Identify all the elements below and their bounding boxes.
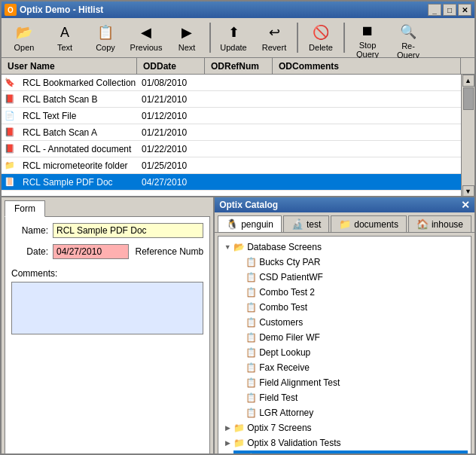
tree-root[interactable]: ▼ 📂 Database Screens bbox=[221, 240, 468, 255]
close-button[interactable]: ✕ bbox=[458, 4, 471, 16]
form-icon: 📋 bbox=[246, 302, 257, 313]
tab-test[interactable]: 🔬 test bbox=[283, 215, 329, 232]
tree-item[interactable]: 📋 LGR Attorney bbox=[233, 405, 468, 420]
tab-inhouse-label: inhouse bbox=[432, 219, 463, 230]
delete-button[interactable]: 🚫 Delete bbox=[301, 20, 340, 55]
tree-item[interactable]: 📋 Dept Lookup bbox=[233, 345, 468, 360]
row-ref bbox=[205, 99, 273, 100]
test-icon: 🔬 bbox=[291, 218, 304, 230]
refnum-label: Reference Numb bbox=[135, 246, 203, 257]
copy-button[interactable]: 📋 Copy bbox=[86, 20, 125, 55]
form-icon: 📋 bbox=[246, 377, 257, 388]
catalog-tree: ▼ 📂 Database Screens 📋 Bucks Cty PAR bbox=[218, 236, 471, 455]
maximize-button[interactable]: □ bbox=[443, 4, 456, 16]
name-label: Name: bbox=[11, 225, 53, 236]
tab-documents-label: documents bbox=[354, 219, 398, 230]
folder-icon: 📁 bbox=[233, 423, 245, 433]
pdf-icon: 📕 bbox=[5, 144, 15, 154]
folder-open-icon: 📂 bbox=[233, 242, 245, 252]
row-date: 01/22/2010 bbox=[137, 143, 205, 155]
row-date: 01/21/2010 bbox=[137, 93, 205, 105]
col-scroll-spacer bbox=[461, 58, 474, 74]
update-button[interactable]: ⬆ Update bbox=[214, 20, 253, 55]
tree-item-selected[interactable]: 📋 Optix Demo bbox=[233, 450, 468, 455]
col-header-odrefnum: ODRefNum bbox=[205, 58, 273, 74]
tree-item[interactable]: 📋 CSD PatientWF bbox=[233, 270, 468, 285]
tree-item[interactable]: ▶ 📁 Optix 8 Validation Tests bbox=[221, 435, 468, 450]
comments-label: Comments: bbox=[11, 268, 203, 279]
next-button[interactable]: ▶ Next bbox=[167, 20, 206, 55]
name-row: Name: bbox=[11, 223, 203, 238]
hitlist-scrollbar[interactable]: ▲ ▼ bbox=[461, 75, 474, 197]
table-row[interactable]: 🔖 RCL Bookmarked Collection 01/08/2010 bbox=[2, 75, 474, 91]
comments-input[interactable] bbox=[11, 282, 203, 334]
form-content: Name: Date: Reference Numb Comments: bbox=[5, 216, 210, 455]
content-area: User Name ODDate ODRefNum ODComments 🔖 R… bbox=[2, 58, 474, 454]
expand-icon bbox=[233, 286, 246, 298]
re-query-button[interactable]: 🔍 Re-Query bbox=[389, 20, 428, 55]
table-row[interactable]: 📁 RCL micrometeorite folder 01/25/2010 bbox=[2, 157, 474, 174]
catalog-panel: Optix Catalog ✕ 🐧 penguin 🔬 test 📁 docum… bbox=[215, 197, 474, 455]
bookmark-icon: 🔖 bbox=[5, 78, 15, 88]
scroll-thumb[interactable] bbox=[463, 87, 474, 110]
tree-item-label: Field Alignment Test bbox=[259, 377, 340, 388]
expand-icon bbox=[233, 331, 246, 344]
tree-item[interactable]: 📋 Fax Receive bbox=[233, 360, 468, 375]
tree-item[interactable]: 📋 Combo Test bbox=[233, 300, 468, 315]
tree-item[interactable]: 📋 Demo Filer WF bbox=[233, 330, 468, 345]
tab-form[interactable]: Form bbox=[5, 200, 45, 217]
table-row[interactable]: 📄 RCL Text File 01/12/2010 bbox=[2, 108, 474, 124]
hitlist-rows: 🔖 RCL Bookmarked Collection 01/08/2010 📕… bbox=[2, 75, 474, 197]
tree-item[interactable]: 📋 Bucks Cty PAR bbox=[233, 255, 468, 270]
tree-item-label: Field Test bbox=[259, 392, 298, 403]
tree-item[interactable]: 📋 Field Alignment Test bbox=[233, 375, 468, 390]
previous-button[interactable]: ◀ Previous bbox=[127, 20, 166, 55]
tab-documents[interactable]: 📁 documents bbox=[331, 215, 407, 232]
title-bar: O Optix Demo - Hitlist _ □ ✕ bbox=[2, 2, 474, 18]
table-row[interactable]: 📕 RCL - Annotated document 01/22/2010 bbox=[2, 141, 474, 157]
scroll-track[interactable] bbox=[462, 87, 474, 185]
open-button[interactable]: 📂 Open bbox=[5, 20, 44, 55]
documents-icon: 📁 bbox=[339, 218, 351, 230]
tree-item[interactable]: 📋 Field Test bbox=[233, 390, 468, 405]
stop-query-button[interactable]: ⏹ Stop Query bbox=[348, 20, 387, 55]
text-button[interactable]: A Text bbox=[45, 20, 84, 55]
name-input[interactable] bbox=[53, 223, 203, 238]
row-ref bbox=[205, 115, 273, 117]
tree-item-label: Combo Test bbox=[259, 302, 307, 313]
row-date: 01/25/2010 bbox=[137, 160, 205, 172]
row-icon: 📕 bbox=[2, 144, 18, 154]
row-name: RCL Bookmarked Collection bbox=[18, 77, 137, 89]
row-comments bbox=[273, 82, 474, 84]
catalog-close-button[interactable]: ✕ bbox=[461, 199, 470, 211]
scroll-up-arrow[interactable]: ▲ bbox=[462, 75, 474, 87]
form-icon: 📋 bbox=[246, 408, 257, 418]
tree-scroll[interactable]: ▼ 📂 Database Screens 📋 Bucks Cty PAR bbox=[218, 237, 471, 455]
delete-icon: 🚫 bbox=[312, 23, 330, 41]
tab-penguin[interactable]: 🐧 penguin bbox=[218, 215, 282, 232]
row-icon: 📁 bbox=[2, 160, 18, 171]
minimize-button[interactable]: _ bbox=[428, 4, 441, 16]
row-icon: 📕 bbox=[2, 127, 18, 138]
tab-inhouse[interactable]: 🏠 inhouse bbox=[408, 215, 471, 232]
toolbar-separator-3 bbox=[343, 23, 345, 53]
row-comments bbox=[273, 148, 474, 150]
tab-test-label: test bbox=[307, 219, 321, 230]
table-row[interactable]: 📕 RCL Batch Scan A 01/21/2010 bbox=[2, 124, 474, 141]
row-name: RCL Text File bbox=[18, 110, 137, 122]
tree-item-label: Optix 8 Validation Tests bbox=[247, 438, 340, 448]
tree-item[interactable]: 📋 Combo Test 2 bbox=[233, 285, 468, 300]
tree-item-label: Customers bbox=[259, 317, 303, 328]
expand-icon bbox=[233, 316, 246, 328]
table-row[interactable]: 📕 RCL Sample PDF Doc 04/27/2010 bbox=[2, 174, 474, 191]
scroll-down-arrow[interactable]: ▼ bbox=[462, 185, 474, 197]
tree-item[interactable]: 📋 Customers bbox=[233, 315, 468, 330]
toolbar-separator-2 bbox=[297, 23, 298, 53]
tree-item[interactable]: ▶ 📁 Optix 7 Screens bbox=[221, 420, 468, 435]
table-row[interactable]: 📕 RCL Batch Scan B 01/21/2010 bbox=[2, 91, 474, 108]
expand-icon bbox=[233, 347, 246, 359]
copy-icon: 📋 bbox=[96, 23, 114, 41]
form-icon: 📋 bbox=[246, 257, 257, 267]
revert-button[interactable]: ↩ Revert bbox=[255, 20, 294, 55]
date-input[interactable] bbox=[53, 244, 129, 259]
